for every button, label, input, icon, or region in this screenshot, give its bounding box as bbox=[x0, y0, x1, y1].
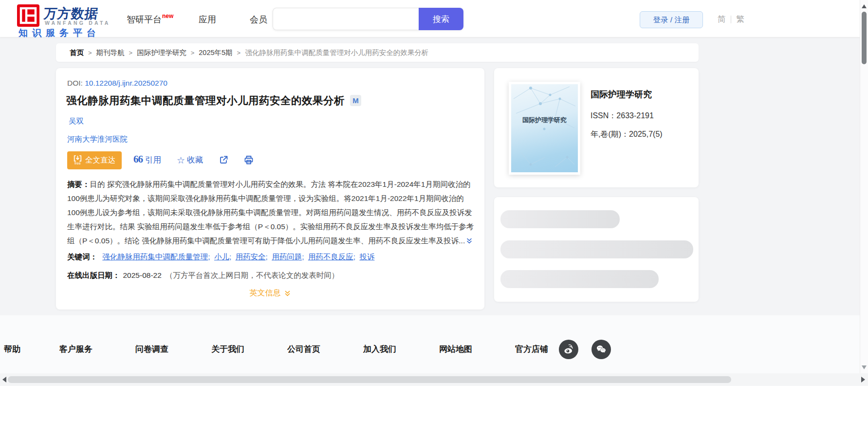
author-link[interactable]: 吴双 bbox=[69, 117, 84, 125]
breadcrumb-item-journal-nav[interactable]: 期刊导航 bbox=[96, 48, 125, 57]
share-icon bbox=[219, 155, 228, 165]
journal-volume-row: 年,卷(期)：2025,7(5) bbox=[591, 129, 663, 140]
keyword-separator: ; bbox=[302, 253, 304, 261]
keyword-link[interactable]: 用药问题 bbox=[272, 253, 302, 261]
chevron-double-down-icon bbox=[284, 290, 291, 297]
download-icon: free bbox=[74, 155, 82, 165]
breadcrumb-separator: > bbox=[129, 49, 133, 56]
keyword-separator: ; bbox=[266, 253, 268, 261]
pubdate-row: 在线出版日期：2025-08-22（万方平台首次上网日期，不代表论文的发表时间） bbox=[67, 271, 339, 281]
cite-button[interactable]: 66 引用 bbox=[133, 154, 161, 166]
fulltext-button[interactable]: free 全文直达 bbox=[67, 151, 122, 169]
wechat-icon[interactable] bbox=[591, 340, 611, 359]
vertical-scroll-thumb[interactable] bbox=[862, 12, 867, 64]
journal-cover-title: 国际护理学研究 bbox=[511, 116, 578, 125]
journal-issn-row: ISSN：2633-2191 bbox=[591, 111, 654, 121]
scroll-right-arrow[interactable] bbox=[861, 377, 865, 382]
keyword-separator: ; bbox=[208, 253, 210, 261]
english-info-toggle[interactable]: 英文信息 bbox=[250, 288, 291, 298]
brand-tagline: 知识服务平台 bbox=[18, 27, 100, 39]
footer-link-survey[interactable]: 问卷调查 bbox=[135, 344, 168, 355]
breadcrumb-item-journal[interactable]: 国际护理学研究 bbox=[137, 48, 186, 57]
journal-cover-image: 国际护理学研究 bbox=[511, 84, 578, 172]
search-button[interactable]: 搜索 bbox=[419, 8, 463, 30]
abstract-label: 摘要： bbox=[67, 180, 90, 188]
article-card: DOI: 10.12208/j.ijnr.20250270 强化静脉用药集中调配… bbox=[56, 68, 484, 310]
keywords-label: 关键词： bbox=[67, 253, 97, 261]
nav-item-member[interactable]: 会员 bbox=[250, 14, 267, 25]
breadcrumb-separator: > bbox=[237, 49, 241, 56]
language-switch: 简 繁 bbox=[718, 14, 744, 25]
footer-link-about[interactable]: 关于我们 bbox=[211, 344, 244, 355]
favorite-label: 收藏 bbox=[187, 155, 203, 165]
abstract-expand-icon[interactable] bbox=[466, 235, 473, 249]
journal-title-link[interactable]: 国际护理学研究 bbox=[591, 89, 652, 100]
footer-link-help[interactable]: 帮助 bbox=[4, 344, 20, 355]
breadcrumb-separator: > bbox=[191, 49, 195, 56]
cite-label: 引用 bbox=[145, 155, 161, 165]
search-input[interactable] bbox=[273, 8, 419, 30]
doi-link[interactable]: 10.12208/j.ijnr.20250270 bbox=[85, 79, 167, 87]
scroll-down-arrow[interactable] bbox=[862, 365, 867, 369]
vertical-scrollbar[interactable] bbox=[860, 0, 868, 373]
footer-link-sitemap[interactable]: 网站地图 bbox=[439, 344, 472, 355]
pubdate-value: 2025-08-22 bbox=[123, 271, 162, 279]
wanfang-logo[interactable]: 万方数据 WANFANG DATA 知识服务平台 bbox=[17, 3, 124, 36]
lang-divider bbox=[731, 16, 731, 23]
volume-value: 2025,7(5) bbox=[629, 130, 663, 138]
scroll-left-arrow[interactable] bbox=[2, 377, 6, 382]
keyword-link[interactable]: 强化静脉用药集中调配质量管理 bbox=[102, 253, 208, 261]
keyword-link[interactable]: 用药不良反应 bbox=[308, 253, 353, 261]
doi-label: DOI: bbox=[67, 79, 83, 87]
english-info-row: 英文信息 bbox=[56, 288, 484, 298]
institution-link[interactable]: 河南大学淮河医院 bbox=[67, 135, 128, 143]
breadcrumb-current: 强化静脉用药集中调配质量管理对小儿用药安全的效果分析 bbox=[245, 48, 428, 57]
free-label: free bbox=[74, 162, 81, 165]
breadcrumb-item-issue[interactable]: 2025年5期 bbox=[199, 48, 232, 57]
skeleton-bar bbox=[500, 240, 693, 258]
login-register-button[interactable]: 登录 / 注册 bbox=[640, 11, 703, 28]
horizontal-scroll-thumb[interactable] bbox=[8, 376, 731, 383]
keyword-link[interactable]: 投诉 bbox=[359, 253, 374, 261]
keywords-row: 关键词： 强化静脉用药集中调配质量管理; 小儿; 用药安全; 用药问题; 用药不… bbox=[67, 252, 374, 262]
brand-name-en: WANFANG DATA bbox=[45, 20, 111, 26]
nav-item-zhiyan[interactable]: 智研平台new bbox=[127, 14, 173, 25]
wanfang-logo-icon bbox=[17, 4, 39, 27]
lang-simplified[interactable]: 简 bbox=[718, 14, 726, 25]
bottom-whitespace bbox=[0, 386, 868, 437]
skeleton-bar bbox=[500, 210, 620, 228]
nav-item-zhiyan-label: 智研平台 bbox=[127, 15, 162, 24]
footer-link-service[interactable]: 客户服务 bbox=[59, 344, 92, 355]
article-title: 强化静脉用药集中调配质量管理对小儿用药安全的效果分析 bbox=[66, 93, 345, 108]
new-badge: new bbox=[162, 13, 173, 19]
keyword-link[interactable]: 小儿 bbox=[214, 253, 229, 261]
nav-item-apps[interactable]: 应用 bbox=[199, 14, 216, 25]
favorite-button[interactable]: ☆ 收藏 bbox=[177, 155, 203, 166]
scroll-up-arrow[interactable] bbox=[862, 4, 867, 8]
star-icon: ☆ bbox=[177, 155, 185, 166]
breadcrumb: 首页 > 期刊导航 > 国际护理学研究 > 2025年5期 > 强化静脉用药集中… bbox=[56, 43, 699, 62]
print-button[interactable] bbox=[244, 155, 254, 165]
journal-card: 国际护理学研究 国际护理学研究 ISSN：2633-2191 年,卷(期)：20… bbox=[494, 68, 699, 187]
footer-link-store[interactable]: 官方店铺 bbox=[515, 344, 548, 355]
pubdate-note: （万方平台首次上网日期，不代表论文的发表时间） bbox=[166, 271, 339, 279]
breadcrumb-home[interactable]: 首页 bbox=[70, 48, 84, 57]
breadcrumb-separator: > bbox=[88, 49, 92, 56]
doi-row: DOI: 10.12208/j.ijnr.20250270 bbox=[67, 79, 167, 88]
title-row: 强化静脉用药集中调配质量管理对小儿用药安全的效果分析 M bbox=[66, 93, 361, 108]
weibo-icon[interactable] bbox=[559, 340, 578, 359]
lang-traditional[interactable]: 繁 bbox=[736, 14, 744, 25]
footer-link-join[interactable]: 加入我们 bbox=[363, 344, 396, 355]
skeleton-bar bbox=[500, 270, 659, 288]
footer-link-company[interactable]: 公司首页 bbox=[287, 344, 320, 355]
volume-label: 年,卷(期)： bbox=[591, 130, 629, 138]
horizontal-scrollbar[interactable] bbox=[0, 373, 868, 386]
cover-network-decoration bbox=[511, 84, 578, 172]
print-icon bbox=[244, 155, 254, 165]
journal-cover[interactable]: 国际护理学研究 bbox=[509, 82, 580, 175]
share-button[interactable] bbox=[219, 155, 228, 165]
quote-icon: 66 bbox=[133, 153, 143, 165]
abstract-block: 摘要：目的 探究强化静脉用药集中调配质量管理对小儿用药安全的效果。方法 将本院在… bbox=[67, 177, 475, 249]
article-actions: free 全文直达 66 引用 ☆ 收藏 bbox=[67, 151, 269, 169]
keyword-link[interactable]: 用药安全 bbox=[236, 253, 266, 261]
